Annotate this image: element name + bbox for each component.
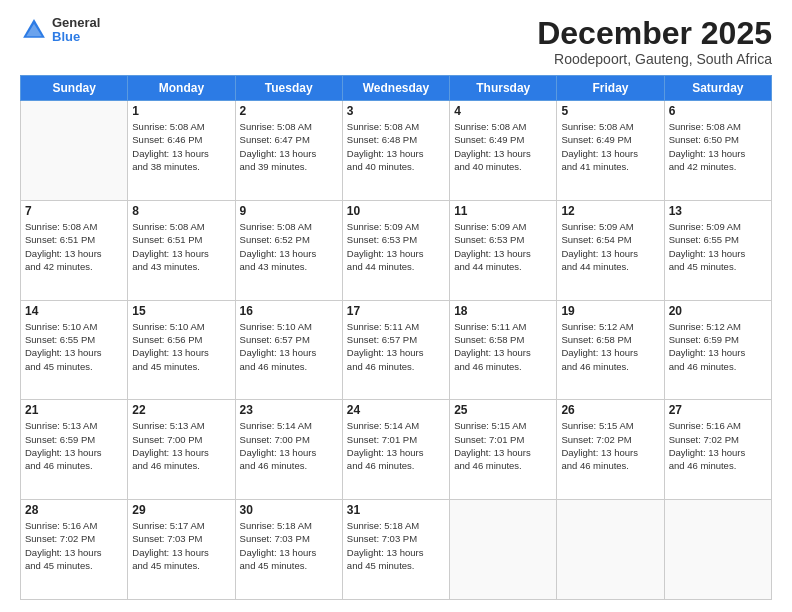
cell-info: Sunrise: 5:13 AM Sunset: 6:59 PM Dayligh… [25, 419, 123, 472]
day-number: 2 [240, 104, 338, 118]
month-title: December 2025 [537, 16, 772, 51]
day-number: 29 [132, 503, 230, 517]
day-number: 5 [561, 104, 659, 118]
calendar-table: SundayMondayTuesdayWednesdayThursdayFrid… [20, 75, 772, 600]
cell-info: Sunrise: 5:09 AM Sunset: 6:54 PM Dayligh… [561, 220, 659, 273]
calendar-cell: 23Sunrise: 5:14 AM Sunset: 7:00 PM Dayli… [235, 400, 342, 500]
day-number: 8 [132, 204, 230, 218]
day-header-wednesday: Wednesday [342, 76, 449, 101]
cell-info: Sunrise: 5:11 AM Sunset: 6:58 PM Dayligh… [454, 320, 552, 373]
day-number: 15 [132, 304, 230, 318]
day-number: 26 [561, 403, 659, 417]
week-row-1: 7Sunrise: 5:08 AM Sunset: 6:51 PM Daylig… [21, 200, 772, 300]
calendar-cell: 10Sunrise: 5:09 AM Sunset: 6:53 PM Dayli… [342, 200, 449, 300]
calendar-cell: 14Sunrise: 5:10 AM Sunset: 6:55 PM Dayli… [21, 300, 128, 400]
calendar-cell: 31Sunrise: 5:18 AM Sunset: 7:03 PM Dayli… [342, 500, 449, 600]
calendar-cell: 16Sunrise: 5:10 AM Sunset: 6:57 PM Dayli… [235, 300, 342, 400]
day-number: 13 [669, 204, 767, 218]
day-number: 23 [240, 403, 338, 417]
calendar-cell [664, 500, 771, 600]
calendar-cell [557, 500, 664, 600]
calendar-cell: 11Sunrise: 5:09 AM Sunset: 6:53 PM Dayli… [450, 200, 557, 300]
cell-info: Sunrise: 5:10 AM Sunset: 6:57 PM Dayligh… [240, 320, 338, 373]
cell-info: Sunrise: 5:17 AM Sunset: 7:03 PM Dayligh… [132, 519, 230, 572]
calendar-cell: 13Sunrise: 5:09 AM Sunset: 6:55 PM Dayli… [664, 200, 771, 300]
cell-info: Sunrise: 5:12 AM Sunset: 6:58 PM Dayligh… [561, 320, 659, 373]
calendar-cell: 17Sunrise: 5:11 AM Sunset: 6:57 PM Dayli… [342, 300, 449, 400]
day-header-tuesday: Tuesday [235, 76, 342, 101]
cell-info: Sunrise: 5:08 AM Sunset: 6:50 PM Dayligh… [669, 120, 767, 173]
calendar-cell: 20Sunrise: 5:12 AM Sunset: 6:59 PM Dayli… [664, 300, 771, 400]
cell-info: Sunrise: 5:12 AM Sunset: 6:59 PM Dayligh… [669, 320, 767, 373]
day-number: 9 [240, 204, 338, 218]
day-number: 16 [240, 304, 338, 318]
logo-icon [20, 16, 48, 44]
calendar-cell: 21Sunrise: 5:13 AM Sunset: 6:59 PM Dayli… [21, 400, 128, 500]
calendar-cell [21, 101, 128, 201]
cell-info: Sunrise: 5:16 AM Sunset: 7:02 PM Dayligh… [25, 519, 123, 572]
day-header-monday: Monday [128, 76, 235, 101]
calendar-cell: 27Sunrise: 5:16 AM Sunset: 7:02 PM Dayli… [664, 400, 771, 500]
cell-info: Sunrise: 5:08 AM Sunset: 6:52 PM Dayligh… [240, 220, 338, 273]
day-number: 12 [561, 204, 659, 218]
day-number: 18 [454, 304, 552, 318]
cell-info: Sunrise: 5:10 AM Sunset: 6:55 PM Dayligh… [25, 320, 123, 373]
calendar-cell: 28Sunrise: 5:16 AM Sunset: 7:02 PM Dayli… [21, 500, 128, 600]
day-header-thursday: Thursday [450, 76, 557, 101]
cell-info: Sunrise: 5:10 AM Sunset: 6:56 PM Dayligh… [132, 320, 230, 373]
calendar-cell: 6Sunrise: 5:08 AM Sunset: 6:50 PM Daylig… [664, 101, 771, 201]
day-number: 17 [347, 304, 445, 318]
day-number: 1 [132, 104, 230, 118]
calendar-cell: 26Sunrise: 5:15 AM Sunset: 7:02 PM Dayli… [557, 400, 664, 500]
calendar-cell: 25Sunrise: 5:15 AM Sunset: 7:01 PM Dayli… [450, 400, 557, 500]
cell-info: Sunrise: 5:18 AM Sunset: 7:03 PM Dayligh… [240, 519, 338, 572]
calendar-cell: 12Sunrise: 5:09 AM Sunset: 6:54 PM Dayli… [557, 200, 664, 300]
week-row-4: 28Sunrise: 5:16 AM Sunset: 7:02 PM Dayli… [21, 500, 772, 600]
cell-info: Sunrise: 5:14 AM Sunset: 7:00 PM Dayligh… [240, 419, 338, 472]
day-number: 3 [347, 104, 445, 118]
day-number: 31 [347, 503, 445, 517]
calendar-cell: 5Sunrise: 5:08 AM Sunset: 6:49 PM Daylig… [557, 101, 664, 201]
cell-info: Sunrise: 5:08 AM Sunset: 6:51 PM Dayligh… [25, 220, 123, 273]
cell-info: Sunrise: 5:09 AM Sunset: 6:53 PM Dayligh… [454, 220, 552, 273]
cell-info: Sunrise: 5:15 AM Sunset: 7:02 PM Dayligh… [561, 419, 659, 472]
logo: General Blue [20, 16, 100, 45]
calendar-cell: 18Sunrise: 5:11 AM Sunset: 6:58 PM Dayli… [450, 300, 557, 400]
calendar-cell: 24Sunrise: 5:14 AM Sunset: 7:01 PM Dayli… [342, 400, 449, 500]
logo-general-text: General [52, 16, 100, 30]
calendar-cell: 22Sunrise: 5:13 AM Sunset: 7:00 PM Dayli… [128, 400, 235, 500]
calendar-cell: 29Sunrise: 5:17 AM Sunset: 7:03 PM Dayli… [128, 500, 235, 600]
day-header-sunday: Sunday [21, 76, 128, 101]
day-number: 22 [132, 403, 230, 417]
calendar-header-row: SundayMondayTuesdayWednesdayThursdayFrid… [21, 76, 772, 101]
calendar-cell: 9Sunrise: 5:08 AM Sunset: 6:52 PM Daylig… [235, 200, 342, 300]
calendar-cell: 7Sunrise: 5:08 AM Sunset: 6:51 PM Daylig… [21, 200, 128, 300]
day-header-saturday: Saturday [664, 76, 771, 101]
calendar-cell: 19Sunrise: 5:12 AM Sunset: 6:58 PM Dayli… [557, 300, 664, 400]
day-number: 19 [561, 304, 659, 318]
day-number: 27 [669, 403, 767, 417]
cell-info: Sunrise: 5:08 AM Sunset: 6:49 PM Dayligh… [561, 120, 659, 173]
page: General Blue December 2025 Roodepoort, G… [0, 0, 792, 612]
cell-info: Sunrise: 5:08 AM Sunset: 6:51 PM Dayligh… [132, 220, 230, 273]
cell-info: Sunrise: 5:15 AM Sunset: 7:01 PM Dayligh… [454, 419, 552, 472]
logo-text: General Blue [52, 16, 100, 45]
day-number: 7 [25, 204, 123, 218]
day-number: 30 [240, 503, 338, 517]
cell-info: Sunrise: 5:09 AM Sunset: 6:55 PM Dayligh… [669, 220, 767, 273]
cell-info: Sunrise: 5:08 AM Sunset: 6:49 PM Dayligh… [454, 120, 552, 173]
week-row-3: 21Sunrise: 5:13 AM Sunset: 6:59 PM Dayli… [21, 400, 772, 500]
cell-info: Sunrise: 5:08 AM Sunset: 6:48 PM Dayligh… [347, 120, 445, 173]
cell-info: Sunrise: 5:11 AM Sunset: 6:57 PM Dayligh… [347, 320, 445, 373]
calendar-cell: 8Sunrise: 5:08 AM Sunset: 6:51 PM Daylig… [128, 200, 235, 300]
day-number: 24 [347, 403, 445, 417]
day-number: 14 [25, 304, 123, 318]
day-number: 6 [669, 104, 767, 118]
title-block: December 2025 Roodepoort, Gauteng, South… [537, 16, 772, 67]
day-number: 21 [25, 403, 123, 417]
day-number: 25 [454, 403, 552, 417]
day-number: 10 [347, 204, 445, 218]
cell-info: Sunrise: 5:14 AM Sunset: 7:01 PM Dayligh… [347, 419, 445, 472]
calendar-cell [450, 500, 557, 600]
cell-info: Sunrise: 5:18 AM Sunset: 7:03 PM Dayligh… [347, 519, 445, 572]
